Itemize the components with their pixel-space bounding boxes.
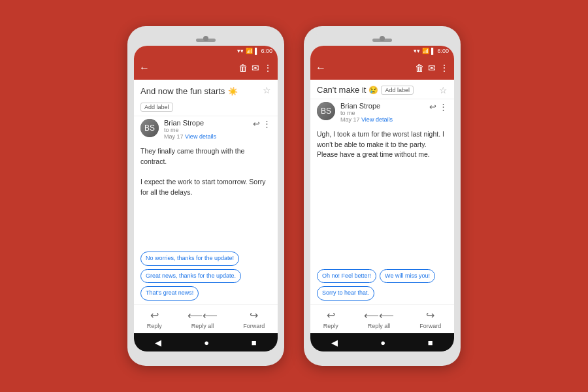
phone-screen-2: ▾▾ 📶 ▌ 6:00 ← 🗑 ✉ ⋮ Can't make it 😢 Add …	[310, 46, 454, 351]
more-icon-1[interactable]: ⋮	[263, 119, 271, 129]
sender-to-1: to me	[164, 127, 248, 133]
phone-bottom-2	[310, 351, 454, 359]
more-button-2[interactable]: ⋮	[440, 63, 449, 73]
subject-emoji-2: 😢	[368, 86, 378, 95]
phone-top-bar-1	[134, 33, 278, 46]
nav-home-1[interactable]: ●	[204, 338, 209, 348]
reply-label-1: Reply	[147, 323, 162, 329]
email-actions-right-1: ↩ ⋮	[253, 119, 271, 129]
quick-replies-2: Oh no! Feel better! We will miss you! So…	[310, 265, 454, 304]
nav-recents-2[interactable]: ■	[428, 338, 433, 348]
star-icon-2[interactable]: ☆	[439, 85, 448, 95]
subject-row-2: Can't make it 😢 Add label ☆	[310, 80, 454, 99]
nav-recents-1[interactable]: ■	[252, 338, 257, 348]
signal-icon-2: ▾▾	[414, 48, 420, 54]
reply-icon-2[interactable]: ↩	[429, 102, 436, 112]
view-details-2[interactable]: View details	[361, 116, 393, 123]
back-button-2[interactable]: ←	[316, 62, 326, 74]
mail-button-2[interactable]: ✉	[428, 63, 436, 73]
reply-button-2[interactable]: ↩ Reply	[318, 308, 344, 331]
more-button-1[interactable]: ⋮	[263, 63, 272, 73]
nav-back-2[interactable]: ◀	[331, 338, 338, 348]
star-icon-1[interactable]: ☆	[263, 85, 271, 95]
time-2: 6:00	[437, 48, 449, 54]
reply-all-label-2: Reply all	[368, 323, 391, 329]
nav-bar-2: ◀ ● ■	[310, 333, 454, 351]
body-text-2: I expect the work to start tomorrow. Sor…	[140, 177, 271, 198]
quick-reply-2[interactable]: Great news, thanks for the update.	[140, 269, 241, 284]
sender-name-1: Brian Strope	[164, 119, 248, 127]
delete-button-2[interactable]: 🗑	[415, 63, 424, 73]
email-subject-2: Can't make it	[317, 85, 366, 96]
wifi-icon-1: 📶	[246, 48, 253, 54]
email-subject-1: And now the fun starts	[140, 86, 225, 96]
status-bar-2: ▾▾ 📶 ▌ 6:00	[310, 46, 454, 56]
reply-icon-action-2: ↩	[327, 309, 335, 321]
forward-label-2: Forward	[419, 323, 441, 329]
reply-all-button-2[interactable]: ⟵⟵ Reply all	[359, 308, 399, 331]
battery-icon-2: ▌	[431, 48, 435, 54]
email-meta-1: BS Brian Strope to me May 17 View detail…	[134, 116, 278, 142]
mail-button-1[interactable]: ✉	[252, 63, 259, 73]
wifi-icon-2: 📶	[422, 48, 429, 54]
avatar-img-2: BS	[317, 102, 335, 120]
reply-all-label-1: Reply all	[191, 323, 214, 329]
reply-icon-1[interactable]: ↩	[253, 119, 260, 129]
sender-to-2: to me	[340, 110, 424, 116]
add-label-button-2[interactable]: Add label	[381, 86, 414, 95]
forward-label-1: Forward	[243, 323, 265, 329]
email-body-2: Ugh, I took a turn for the worst last ni…	[310, 125, 454, 265]
phone-screen-1: ▾▾ 📶 ▌ 6:00 ← 🗑 ✉ ⋮ And now the fun star…	[134, 46, 278, 351]
subject-row-1: And now the fun starts ☀️ ☆	[134, 80, 278, 100]
forward-button-2[interactable]: ↪ Forward	[414, 308, 446, 331]
reply-all-button-1[interactable]: ⟵⟵ Reply all	[182, 308, 223, 331]
back-button-1[interactable]: ←	[139, 62, 150, 74]
email-actions-right-2: ↩ ⋮	[429, 102, 448, 112]
forward-button-1[interactable]: ↪ Forward	[238, 308, 270, 331]
body-text-phone2: Ugh, I took a turn for the worst last ni…	[317, 129, 448, 160]
forward-icon-2: ↪	[426, 309, 434, 321]
sender-info-2: Brian Strope to me May 17 View details	[340, 102, 424, 123]
avatar-1: BS	[140, 119, 159, 137]
delete-button-1[interactable]: 🗑	[238, 63, 248, 73]
forward-icon-1: ↪	[250, 309, 258, 321]
battery-icon-1: ▌	[255, 48, 259, 54]
camera-1	[203, 36, 208, 41]
quick-reply-5[interactable]: We will miss you!	[380, 269, 435, 284]
email-body-1: They finally came through with the contr…	[134, 142, 278, 248]
quick-reply-1[interactable]: No worries, thanks for the update!	[140, 252, 239, 266]
more-icon-2[interactable]: ⋮	[439, 102, 448, 112]
view-details-1[interactable]: View details	[185, 133, 216, 140]
toolbar-2: ← 🗑 ✉ ⋮	[310, 56, 454, 80]
reply-label-2: Reply	[323, 323, 338, 329]
reply-all-icon-2: ⟵⟵	[364, 309, 394, 321]
quick-replies-1: No worries, thanks for the update! Great…	[134, 248, 278, 304]
sender-info-1: Brian Strope to me May 17 View details	[164, 119, 248, 140]
toolbar-1: ← 🗑 ✉ ⋮	[134, 56, 278, 80]
phone-bottom-1	[134, 351, 278, 359]
nav-back-1[interactable]: ◀	[155, 338, 161, 348]
quick-reply-6[interactable]: Sorry to hear that.	[317, 286, 374, 301]
email-meta-2: BS Brian Strope to me May 17 View detail…	[310, 99, 454, 125]
camera-2	[380, 36, 385, 41]
avatar-img-1: BS	[140, 119, 159, 137]
avatar-2: BS	[317, 102, 335, 120]
add-label-button-1[interactable]: Add label	[140, 103, 173, 112]
sender-date-2: May 17 View details	[340, 116, 424, 123]
status-bar-1: ▾▾ 📶 ▌ 6:00	[134, 46, 278, 56]
quick-reply-3[interactable]: That's great news!	[140, 286, 199, 301]
subject-emoji-1: ☀️	[228, 87, 238, 96]
quick-reply-4[interactable]: Oh no! Feel better!	[317, 269, 376, 284]
email-content-1: And now the fun starts ☀️ ☆ Add label BS…	[134, 80, 278, 333]
reply-button-1[interactable]: ↩ Reply	[142, 308, 167, 331]
phone-top-bar-2	[310, 33, 454, 46]
reply-icon-action-1: ↩	[150, 309, 159, 321]
sender-name-2: Brian Strope	[340, 102, 424, 110]
email-content-2: Can't make it 😢 Add label ☆ BS Brian Str…	[310, 80, 454, 333]
add-label-row-1: Add label	[134, 100, 278, 116]
phone-1: ▾▾ 📶 ▌ 6:00 ← 🗑 ✉ ⋮ And now the fun star…	[127, 26, 284, 366]
phone-2: ▾▾ 📶 ▌ 6:00 ← 🗑 ✉ ⋮ Can't make it 😢 Add …	[304, 26, 461, 366]
bottom-actions-2: ↩ Reply ⟵⟵ Reply all ↪ Forward	[310, 304, 454, 333]
nav-home-2[interactable]: ●	[380, 338, 385, 348]
signal-icon-1: ▾▾	[237, 48, 244, 54]
